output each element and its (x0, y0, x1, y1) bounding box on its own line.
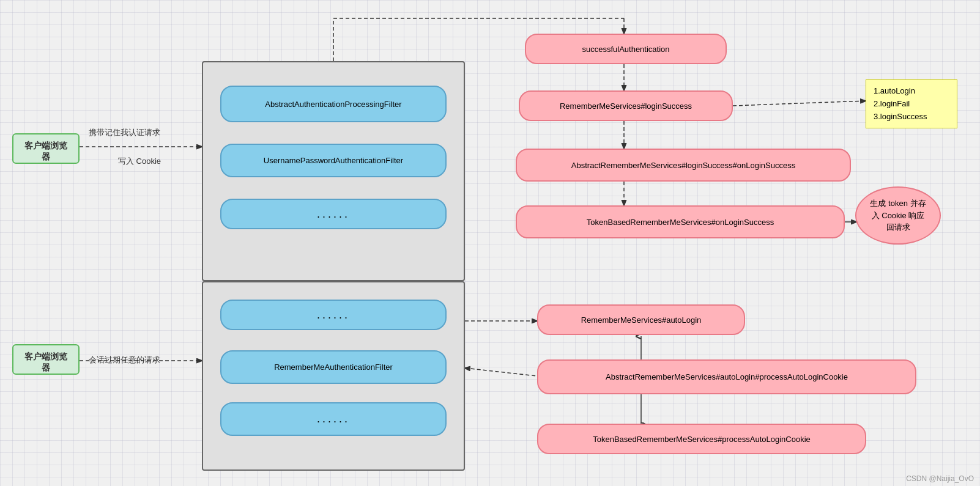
dots-box-1: ...... (220, 199, 447, 229)
watermark-label: CSDN @Naijia_OvO (906, 474, 974, 483)
remember-auth-filter-box: RememberMeAuthenticationFilter (220, 350, 447, 384)
client1-label: 客户端浏览器 (24, 141, 67, 161)
remember-login-success-label: RememberMeServices#loginSuccess (560, 101, 692, 111)
watermark: CSDN @Naijia_OvO (906, 474, 974, 483)
session-label: 会话过期任意的请求 (89, 355, 160, 364)
token-login-success-label: TokenBasedRememberMeServices#onLoginSucc… (587, 218, 774, 227)
abstract-login-success-label: AbstractRememberMeServices#loginSuccess#… (571, 161, 795, 170)
token-login-success-box: TokenBasedRememberMeServices#onLoginSucc… (516, 205, 845, 238)
remember-auto-login-box: RememberMeServices#autoLogin (537, 304, 745, 335)
successful-auth-label: successfulAuthentication (582, 45, 669, 54)
token-process-label: TokenBasedRememberMeServices#processAuto… (593, 435, 811, 444)
remember-auto-login-label: RememberMeServices#autoLogin (581, 315, 702, 325)
remember-me-login-success-box: RememberMeServices#loginSuccess (519, 90, 733, 121)
abstract-auto-login-box: AbstractRememberMeServices#autoLogin#pro… (537, 359, 916, 394)
label-cookie: 写入 Cookie (118, 156, 161, 167)
abstract-auto-login-label: AbstractRememberMeServices#autoLogin#pro… (606, 372, 848, 381)
client2-label: 客户端浏览器 (24, 352, 67, 372)
abstract-auth-filter-label: AbstractAuthenticationProcessingFilter (265, 100, 401, 109)
dots-box-3: ...... (220, 402, 447, 436)
oval-label: 生成 token 并存 入 Cookie 响应 回请求 (870, 197, 926, 234)
sticky-line-3: 3.loginSuccess (874, 111, 949, 123)
abstract-login-success-box: AbstractRememberMeServices#loginSuccess#… (516, 149, 851, 182)
sticky-line-2: 2.loginFail (874, 98, 949, 111)
sticky-note: 1.autoLogin 2.loginFail 3.loginSuccess (866, 79, 957, 128)
client-browser-top: 客户端浏览器 (12, 133, 80, 164)
label-request-top: 携带记住我认证请求 (89, 127, 160, 138)
username-filter-label: UsernamePasswordAuthenticationFilter (264, 156, 403, 165)
dots3-label: ...... (317, 413, 350, 425)
token-store-oval: 生成 token 并存 入 Cookie 响应 回请求 (855, 186, 941, 245)
remember-filter-label: RememberMeAuthenticationFilter (274, 363, 393, 372)
dots-box-2: ...... (220, 300, 447, 330)
label-session: 会话过期任意的请求 (89, 355, 160, 366)
client-browser-bottom: 客户端浏览器 (12, 344, 80, 375)
successful-auth-box: successfulAuthentication (525, 34, 727, 64)
dots1-label: ...... (317, 208, 350, 221)
abstract-auth-filter-box: AbstractAuthenticationProcessingFilter (220, 86, 447, 122)
cookie-label: 写入 Cookie (118, 156, 161, 166)
request-label: 携带记住我认证请求 (89, 128, 160, 137)
token-process-box: TokenBasedRememberMeServices#processAuto… (537, 424, 866, 454)
username-password-filter-box: UsernamePasswordAuthenticationFilter (220, 144, 447, 177)
sticky-line-1: 1.autoLogin (874, 85, 949, 98)
dots2-label: ...... (317, 309, 350, 322)
